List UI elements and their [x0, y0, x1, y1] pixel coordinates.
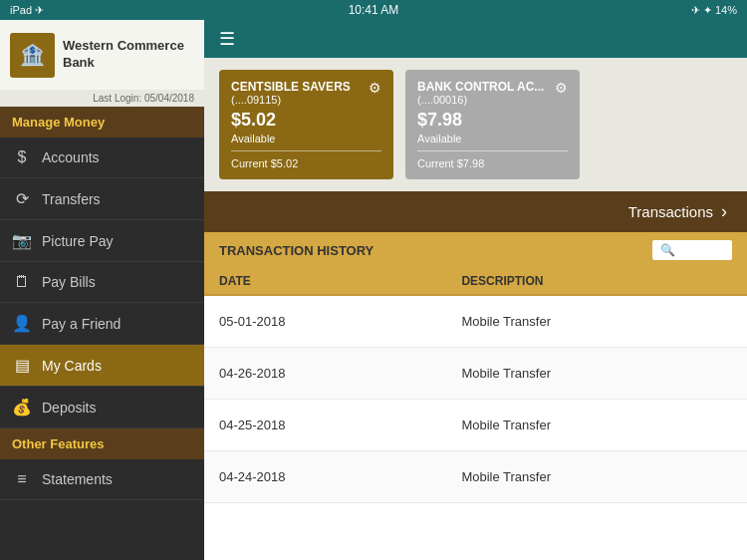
sidebar-logo: 🏦 Western Commerce Bank — [0, 20, 204, 90]
card-icon: ▤ — [12, 356, 32, 375]
bank-logo-icon: 🏦 — [10, 33, 55, 78]
search-input[interactable] — [652, 240, 732, 260]
other-features-label: Other Features — [0, 428, 204, 459]
main-content: ☰ CENTSIBLE SAVERS (....09115) ⚙ $5.02 A… — [204, 20, 747, 560]
account-amount-secondary: $7.98 — [417, 110, 568, 131]
bills-icon: 🗒 — [12, 273, 32, 291]
history-header: TRANSACTION HISTORY — [204, 232, 747, 268]
col-description: DESCRIPTION — [446, 268, 747, 295]
cell-description: Mobile Transfer — [446, 295, 747, 348]
sidebar-item-statements[interactable]: ≡ Statements — [0, 459, 204, 500]
status-time: 10:41 AM — [349, 3, 399, 17]
cards-area: CENTSIBLE SAVERS (....09115) ⚙ $5.02 Ava… — [204, 58, 747, 191]
account-name-secondary: BANK CONTROL AC... (....00016) — [417, 80, 544, 106]
account-divider-primary — [231, 150, 381, 151]
table-row: 04-26-2018Mobile Transfer — [204, 348, 747, 400]
camera-icon: 📷 — [12, 231, 32, 250]
account-number-secondary: (....00016) — [417, 94, 544, 106]
history-title: TRANSACTION HISTORY — [219, 243, 374, 258]
history-table: DATE DESCRIPTION 05-01-2018Mobile Transf… — [204, 268, 747, 503]
sidebar-item-my-cards[interactable]: ▤ My Cards — [0, 345, 204, 387]
sidebar-item-transfers[interactable]: ⟳ Transfers — [0, 178, 204, 220]
sidebar-item-picture-pay[interactable]: 📷 Picture Pay — [0, 220, 204, 262]
account-card-header-primary: CENTSIBLE SAVERS (....09115) ⚙ — [231, 80, 381, 106]
cell-date: 04-25-2018 — [204, 400, 446, 451]
dollar-icon: $ — [12, 148, 32, 166]
account-name-primary: CENTSIBLE SAVERS (....09115) — [231, 80, 351, 106]
top-bar: ☰ — [204, 20, 747, 58]
account-name-text-secondary: BANK CONTROL AC... — [417, 80, 544, 94]
account-available-primary: Available — [231, 133, 381, 144]
bank-name: Western Commerce Bank — [63, 38, 184, 72]
sidebar-transfers-label: Transfers — [42, 191, 101, 207]
gear-icon-primary[interactable]: ⚙ — [369, 80, 381, 96]
cell-date: 05-01-2018 — [204, 295, 446, 348]
status-bar-left: iPad ✈ — [10, 4, 44, 17]
col-date: DATE — [204, 268, 446, 295]
account-divider-secondary — [417, 150, 568, 151]
sidebar-deposits-label: Deposits — [42, 400, 96, 416]
cell-description: Mobile Transfer — [446, 451, 747, 503]
person-icon: 👤 — [12, 314, 32, 333]
status-right: ✈ ✦ 14% — [691, 4, 737, 17]
table-row: 04-25-2018Mobile Transfer — [204, 400, 747, 451]
sidebar-item-deposits[interactable]: 💰 Deposits — [0, 387, 204, 428]
manage-money-label: Manage Money — [0, 107, 204, 138]
account-available-secondary: Available — [417, 133, 568, 144]
sidebar-pay-bills-label: Pay Bills — [42, 274, 96, 290]
status-bar: iPad ✈ 10:41 AM ✈ ✦ 14% — [0, 0, 747, 20]
cell-date: 04-24-2018 — [204, 451, 446, 503]
transfers-icon: ⟳ — [12, 189, 32, 208]
gear-icon-secondary[interactable]: ⚙ — [555, 80, 568, 96]
statements-icon: ≡ — [12, 470, 32, 488]
sidebar-pay-friend-label: Pay a Friend — [42, 316, 121, 332]
account-card-header-secondary: BANK CONTROL AC... (....00016) ⚙ — [417, 80, 568, 106]
account-name-text-primary: CENTSIBLE SAVERS — [231, 80, 351, 94]
sidebar: 🏦 Western Commerce Bank Last Login: 05/0… — [0, 20, 204, 560]
history-table-header-row: DATE DESCRIPTION — [204, 268, 747, 295]
sidebar-item-pay-bills[interactable]: 🗒 Pay Bills — [0, 262, 204, 303]
status-ipad-label: iPad ✈ — [10, 4, 44, 17]
account-amount-primary: $5.02 — [231, 110, 381, 131]
cell-date: 04-26-2018 — [204, 348, 446, 400]
account-card-primary: CENTSIBLE SAVERS (....09115) ⚙ $5.02 Ava… — [219, 70, 393, 179]
table-row: 05-01-2018Mobile Transfer — [204, 295, 747, 348]
bank-name-line2: Bank — [63, 55, 184, 72]
history-table-body: 05-01-2018Mobile Transfer04-26-2018Mobil… — [204, 295, 747, 503]
sidebar-item-pay-friend[interactable]: 👤 Pay a Friend — [0, 303, 204, 345]
cell-description: Mobile Transfer — [446, 400, 747, 451]
transactions-bar[interactable]: Transactions › — [204, 191, 747, 232]
history-area: TRANSACTION HISTORY DATE DESCRIPTION 05-… — [204, 232, 747, 560]
cell-description: Mobile Transfer — [446, 348, 747, 400]
last-login: Last Login: 05/04/2018 — [0, 90, 204, 107]
sidebar-my-cards-label: My Cards — [42, 358, 102, 374]
account-card-secondary: BANK CONTROL AC... (....00016) ⚙ $7.98 A… — [405, 70, 580, 179]
table-row: 04-24-2018Mobile Transfer — [204, 451, 747, 503]
sidebar-accounts-label: Accounts — [42, 149, 100, 165]
sidebar-statements-label: Statements — [42, 471, 113, 487]
deposits-icon: 💰 — [12, 398, 32, 417]
hamburger-button[interactable]: ☰ — [219, 28, 235, 50]
transactions-chevron-icon: › — [721, 201, 727, 222]
sidebar-item-accounts[interactable]: $ Accounts — [0, 138, 204, 178]
sidebar-picture-pay-label: Picture Pay — [42, 233, 114, 249]
account-current-primary: Current $5.02 — [231, 157, 381, 169]
account-current-secondary: Current $7.98 — [417, 157, 568, 169]
transactions-label: Transactions — [628, 203, 713, 220]
app-container: 🏦 Western Commerce Bank Last Login: 05/0… — [0, 20, 747, 560]
history-table-head: DATE DESCRIPTION — [204, 268, 747, 295]
account-number-primary: (....09115) — [231, 94, 351, 106]
bank-name-line1: Western Commerce — [63, 38, 184, 55]
